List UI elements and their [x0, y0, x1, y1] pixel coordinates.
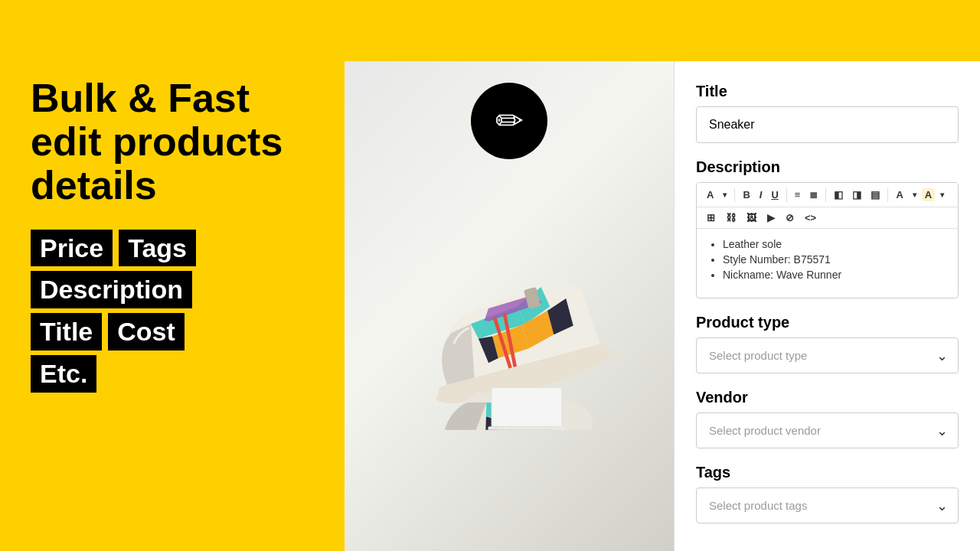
align-center-btn[interactable]: ◨ — [848, 187, 865, 202]
tags-wrapper: Select product tags ⌄ — [696, 487, 959, 523]
product-type-wrapper: Select product type ⌄ — [696, 337, 959, 373]
description-label: Description — [696, 158, 959, 176]
editor-toolbar-row1: A ▾ B I U ≡ ≣ ◧ ◨ ▤ A ▾ A — [697, 183, 958, 207]
font-family-btn[interactable]: A — [703, 187, 717, 202]
svg-rect-11 — [488, 426, 565, 430]
tags-row-3: Title Cost — [31, 313, 314, 350]
editor-toolbar-row2: ⊞ ⛓ 🖼 ▶ ⊘ <> — [697, 207, 958, 229]
edit-icon-button[interactable]: ✏ — [471, 83, 547, 159]
rich-text-editor[interactable]: A ▾ B I U ≡ ≣ ◧ ◨ ▤ A ▾ A — [696, 182, 959, 298]
no-format-btn[interactable]: ⊘ — [782, 210, 798, 225]
code-btn[interactable]: <> — [801, 210, 820, 225]
italic-btn[interactable]: I — [756, 187, 766, 202]
svg-rect-10 — [492, 388, 562, 427]
image-btn[interactable]: 🖼 — [743, 210, 760, 225]
product-type-section: Product type Select product type ⌄ — [696, 314, 959, 373]
description-section: Description A ▾ B I U ≡ ≣ ◧ ◨ ▤ — [696, 158, 959, 298]
title-input[interactable] — [696, 106, 959, 143]
left-panel: Bulk & Fast edit products details Price … — [0, 61, 345, 551]
text-color-chevron[interactable]: ▾ — [909, 189, 920, 201]
table-btn[interactable]: ⊞ — [703, 210, 719, 225]
separator-1 — [734, 188, 735, 202]
tags-section: Tags Select product tags ⌄ — [696, 464, 959, 523]
tags-label: Tags — [696, 464, 959, 481]
center-panel: ✏ — [345, 61, 674, 551]
top-bar — [0, 0, 980, 61]
product-type-select[interactable]: Select product type — [696, 337, 959, 373]
pencil-icon: ✏ — [495, 104, 524, 138]
highlight-chevron[interactable]: ▾ — [936, 189, 948, 201]
product-type-label: Product type — [696, 314, 959, 331]
tag-price: Price — [31, 230, 113, 267]
title-label: Title — [696, 83, 959, 100]
align-justify-btn[interactable]: ▤ — [867, 187, 884, 202]
tags-select[interactable]: Select product tags — [696, 487, 959, 523]
numbered-list-btn[interactable]: ≣ — [805, 187, 822, 202]
tags-row-2: Description — [31, 271, 314, 308]
video-btn[interactable]: ▶ — [763, 210, 779, 225]
main-content: Bulk & Fast edit products details Price … — [0, 61, 980, 551]
tag-etc: Etc. — [31, 355, 96, 393]
tag-title: Title — [31, 313, 102, 350]
tag-description: Description — [31, 271, 192, 308]
editor-item-3: Nickname: Wave Runner — [723, 269, 946, 281]
editor-content-area[interactable]: Leather sole Style Number: B75571 Nickna… — [697, 229, 958, 298]
tag-tags: Tags — [119, 230, 196, 267]
title-section: Title — [696, 83, 959, 143]
align-left-btn[interactable]: ◧ — [830, 187, 847, 202]
editor-item-2: Style Number: B75571 — [723, 253, 946, 266]
highlight-btn[interactable]: A — [922, 188, 935, 201]
sneaker-illustration — [379, 205, 639, 430]
font-family-chevron-btn[interactable]: ▾ — [719, 189, 730, 201]
separator-4 — [887, 188, 888, 202]
separator-3 — [825, 188, 826, 202]
separator-2 — [786, 188, 787, 202]
editor-item-1: Leather sole — [723, 238, 946, 250]
tags-row-4: Etc. — [31, 355, 314, 393]
right-panel: Title Description A ▾ B I U ≡ ≣ ◧ — [674, 61, 980, 551]
bold-btn[interactable]: B — [739, 187, 753, 202]
bullet-list-btn[interactable]: ≡ — [791, 187, 805, 202]
tags-row-1: Price Tags — [31, 230, 314, 267]
tags-grid: Price Tags Description Title Cost Etc. — [31, 230, 314, 393]
vendor-select[interactable]: Select product vendor — [696, 412, 959, 448]
vendor-wrapper: Select product vendor ⌄ — [696, 412, 959, 448]
underline-btn[interactable]: U — [767, 187, 782, 202]
headline: Bulk & Fast edit products details — [31, 77, 314, 208]
link-btn[interactable]: ⛓ — [722, 210, 740, 225]
tag-cost: Cost — [108, 313, 185, 350]
vendor-section: Vendor Select product vendor ⌄ — [696, 389, 959, 448]
text-color-btn[interactable]: A — [892, 187, 906, 202]
product-image-area: ✏ — [345, 61, 674, 551]
vendor-label: Vendor — [696, 389, 959, 406]
